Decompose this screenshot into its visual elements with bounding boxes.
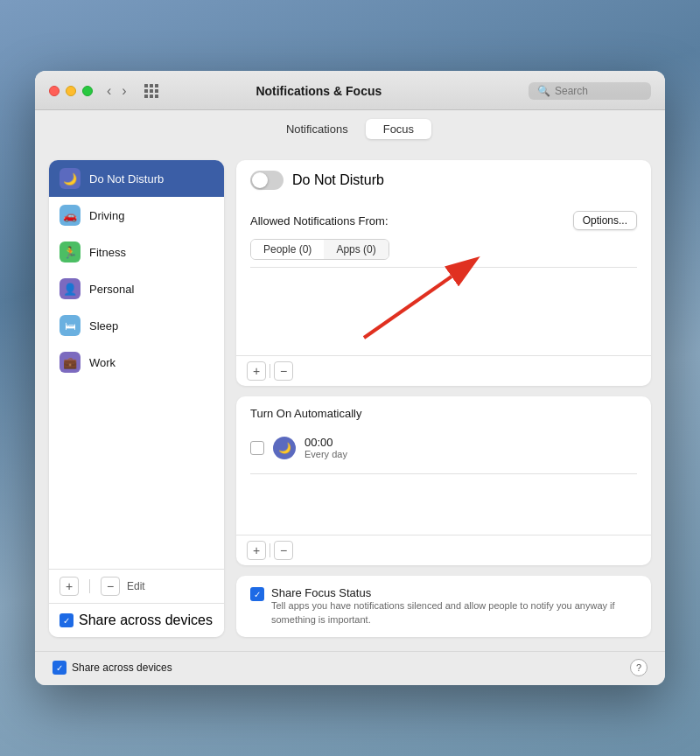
- schedule-list-area: [250, 473, 637, 535]
- dnd-label: Do Not Disturb: [292, 172, 384, 188]
- sidebar-label-do-not-disturb: Do Not Disturb: [89, 172, 164, 186]
- dnd-section: Do Not Disturb Allowed Notifications Fro…: [236, 160, 651, 386]
- share-devices-label: Share across devices: [79, 612, 213, 628]
- tab-notifications[interactable]: Notifications: [269, 119, 366, 139]
- sidebar-footer: + − Edit: [49, 569, 224, 603]
- share-devices-bottom-checkbox[interactable]: ✓: [52, 661, 66, 675]
- share-devices-checkbox[interactable]: ✓: [60, 613, 74, 627]
- help-button[interactable]: ?: [630, 659, 648, 676]
- allowed-footer: + −: [236, 355, 651, 386]
- search-input[interactable]: [555, 85, 642, 97]
- sidebar-item-sleep[interactable]: 🛏 Sleep: [49, 307, 224, 344]
- remove-focus-button[interactable]: −: [101, 577, 120, 596]
- sidebar-bottom: ✓ Share across devices: [49, 603, 224, 637]
- schedule-time: 00:00: [304, 436, 347, 449]
- main-panel: Do Not Disturb Allowed Notifications Fro…: [236, 160, 651, 637]
- share-focus-checkbox[interactable]: ✓: [250, 587, 264, 601]
- options-button[interactable]: Options...: [573, 211, 637, 230]
- share-focus-row: ✓ Share Focus Status Tell apps you have …: [250, 586, 637, 626]
- sidebar-label-work: Work: [89, 356, 116, 369]
- sidebar-label-driving: Driving: [89, 209, 124, 222]
- sidebar-item-fitness[interactable]: 🏃 Fitness: [49, 234, 224, 270]
- window-bottom: ✓ Share across devices ?: [35, 651, 665, 685]
- remove-person-button[interactable]: −: [274, 361, 293, 381]
- titlebar: ‹ › Notifications & Focus 🔍: [35, 71, 665, 110]
- dnd-icon: 🌙: [60, 168, 80, 189]
- sidebar-item-work[interactable]: 💼 Work: [49, 344, 224, 381]
- dnd-toggle[interactable]: [250, 171, 284, 190]
- dnd-toggle-row: Do Not Disturb: [236, 160, 651, 200]
- sidebar-label-fitness: Fitness: [89, 246, 126, 259]
- arrow-annotation: [250, 268, 637, 355]
- back-button[interactable]: ‹: [103, 81, 115, 101]
- tab-focus[interactable]: Focus: [366, 119, 431, 139]
- allowed-label: Allowed Notifications From:: [250, 214, 388, 228]
- maximize-button[interactable]: [82, 86, 93, 96]
- schedule-footer: + −: [236, 535, 651, 565]
- schedule-days: Every day: [304, 449, 347, 459]
- turn-on-header: Turn On Automatically 🌙 00:00 Every day: [236, 396, 651, 535]
- search-icon: 🔍: [537, 85, 550, 97]
- search-bar[interactable]: 🔍: [528, 82, 651, 100]
- personal-icon: 👤: [60, 278, 80, 299]
- share-devices-bottom-row: ✓ Share across devices: [52, 660, 172, 675]
- sub-tab-people[interactable]: People (0): [251, 240, 324, 259]
- edit-button[interactable]: Edit: [127, 580, 145, 592]
- toggle-knob: [252, 172, 268, 188]
- people-list-area: [250, 267, 637, 355]
- sidebar-label-personal: Personal: [89, 283, 134, 296]
- remove-schedule-button[interactable]: −: [274, 541, 293, 560]
- turn-on-section: Turn On Automatically 🌙 00:00 Every day …: [236, 396, 651, 565]
- share-focus-description: Tell apps you have notifications silence…: [271, 599, 637, 626]
- sidebar-list: 🌙 Do Not Disturb 🚗 Driving 🏃 Fitness 👤 P…: [49, 160, 224, 569]
- sidebar-item-driving[interactable]: 🚗 Driving: [49, 197, 224, 234]
- schedule-icon: 🌙: [273, 437, 296, 459]
- minimize-button[interactable]: [66, 86, 76, 96]
- add-focus-button[interactable]: +: [60, 577, 79, 596]
- content-area: 🌙 Do Not Disturb 🚗 Driving 🏃 Fitness 👤 P…: [35, 146, 665, 651]
- sleep-icon: 🛏: [60, 315, 80, 336]
- sidebar-item-do-not-disturb[interactable]: 🌙 Do Not Disturb: [49, 160, 224, 197]
- add-person-button[interactable]: +: [247, 361, 266, 381]
- driving-icon: 🚗: [60, 205, 80, 226]
- add-schedule-button[interactable]: +: [247, 541, 266, 560]
- schedule-item: 🌙 00:00 Every day: [250, 429, 637, 466]
- sub-tabs: People (0) Apps (0): [250, 239, 389, 260]
- fitness-icon: 🏃: [60, 242, 80, 262]
- schedule-checkbox[interactable]: [250, 441, 264, 455]
- work-icon: 💼: [60, 352, 80, 373]
- schedule-info: 00:00 Every day: [304, 436, 347, 459]
- allowed-header: Allowed Notifications From: Options...: [250, 211, 637, 230]
- svg-line-1: [364, 276, 452, 338]
- window-title: Notifications & Focus: [120, 84, 518, 98]
- turn-on-label: Turn On Automatically: [250, 407, 637, 420]
- share-focus-box: ✓ Share Focus Status Tell apps you have …: [236, 576, 651, 637]
- sidebar-label-sleep: Sleep: [89, 319, 118, 332]
- sub-tab-apps[interactable]: Apps (0): [324, 240, 388, 259]
- share-devices-bottom-label: Share across devices: [72, 662, 172, 674]
- sidebar-item-personal[interactable]: 👤 Personal: [49, 270, 224, 307]
- tabs-bar: Notifications Focus: [35, 110, 665, 146]
- share-focus-title: Share Focus Status: [271, 586, 637, 599]
- traffic-lights: [49, 86, 93, 96]
- close-button[interactable]: [49, 86, 60, 96]
- allowed-section: Allowed Notifications From: Options... P…: [236, 200, 651, 355]
- sidebar: 🌙 Do Not Disturb 🚗 Driving 🏃 Fitness 👤 P…: [49, 160, 224, 637]
